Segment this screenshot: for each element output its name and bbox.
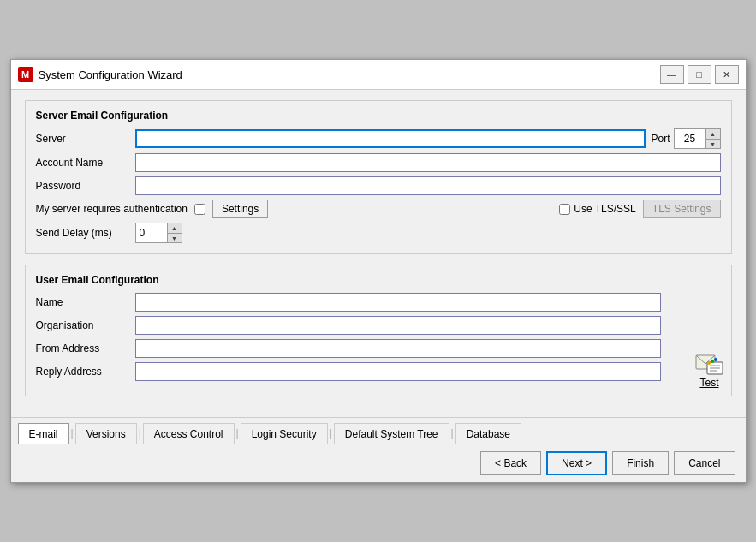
separator-3: | [236,423,239,444]
organisation-input[interactable] [135,316,661,335]
account-name-row: Account Name [36,153,721,172]
tls-checkbox[interactable] [559,204,570,215]
svg-point-7 [714,358,717,361]
from-address-input[interactable] [135,339,661,358]
svg-point-5 [707,361,711,365]
server-row: Server Port ▲ ▼ [36,128,721,149]
window-controls: — □ ✕ [660,65,739,84]
test-label: Test [699,377,718,389]
bottom-bar: < Back Next > Finish Cancel [11,444,746,482]
auth-checkbox-wrap [194,204,205,215]
delay-increment-button[interactable]: ▲ [168,223,182,233]
test-icon [695,351,724,377]
tab-bar: E-mail | Versions | Access Control | Log… [11,417,746,444]
account-name-input[interactable] [135,153,721,172]
port-increment-button[interactable]: ▲ [706,129,720,139]
user-section-title: User Email Configuration [36,274,721,286]
port-label: Port [651,133,670,145]
titlebar: M System Configuration Wizard — □ ✕ [11,60,746,90]
port-input[interactable] [675,129,705,148]
password-input[interactable] [135,176,721,195]
tab-database-label: Database [467,428,510,440]
main-window: M System Configuration Wizard — □ ✕ Serv… [10,59,747,483]
from-address-row: From Address [36,339,661,358]
send-delay-input[interactable] [136,223,167,242]
send-delay-label: Send Delay (ms) [36,227,130,239]
tab-default-system-tree[interactable]: Default System Tree [334,423,449,444]
delay-input-wrap: ▲ ▼ [135,223,182,243]
from-address-label: From Address [36,342,130,354]
tls-label-group: Use TLS/SSL [559,203,635,215]
separator-4: | [330,423,332,444]
auth-label: My server requires authentication [36,203,188,215]
back-button[interactable]: < Back [480,451,541,475]
settings-button[interactable]: Settings [212,200,268,218]
tls-settings-button[interactable]: TLS Settings [643,200,721,218]
tab-default-system-tree-label: Default System Tree [345,428,438,440]
reply-address-input[interactable] [135,362,661,381]
separator-2: | [139,423,141,444]
window-title: System Configuration Wizard [39,68,660,81]
tab-email-label: E-mail [29,428,58,440]
tab-login-security-label: Login Security [252,428,317,440]
separator-5: | [451,423,454,444]
tab-database[interactable]: Database [455,423,521,444]
server-input[interactable] [135,129,646,148]
account-name-label: Account Name [36,157,130,169]
port-input-wrap: ▲ ▼ [674,128,721,149]
separator-1: | [71,423,74,444]
close-button[interactable]: ✕ [715,65,739,84]
password-row: Password [36,176,721,195]
auth-row: My server requires authentication Settin… [36,200,721,218]
tab-versions-label: Versions [86,428,126,440]
port-group: Port ▲ ▼ [651,128,720,149]
minimize-button[interactable]: — [660,65,684,84]
delay-spinner: ▲ ▼ [167,223,182,242]
name-row: Name [36,293,661,312]
tab-email[interactable]: E-mail [18,423,69,444]
server-email-section: Server Email Configuration Server Port ▲… [25,100,732,254]
organisation-row: Organisation [36,316,661,335]
test-button[interactable]: Test [695,351,724,389]
tab-versions[interactable]: Versions [75,423,137,444]
cancel-button[interactable]: Cancel [674,451,735,475]
user-fields: Name Organisation From Address Reply Add… [36,293,721,381]
port-decrement-button[interactable]: ▼ [706,139,720,148]
tab-access-control[interactable]: Access Control [143,423,235,444]
next-button[interactable]: Next > [546,451,607,475]
finish-button[interactable]: Finish [612,451,669,475]
server-section-title: Server Email Configuration [36,110,721,122]
delay-decrement-button[interactable]: ▼ [168,233,182,242]
tls-label: Use TLS/SSL [574,203,635,215]
server-label: Server [36,133,130,145]
send-delay-row: Send Delay (ms) ▲ ▼ [36,223,721,243]
name-label: Name [36,296,130,308]
maximize-button[interactable]: □ [688,65,711,84]
user-email-section: User Email Configuration Name Organisati… [25,265,732,396]
tab-access-control-label: Access Control [154,428,223,440]
reply-address-label: Reply Address [36,366,130,378]
name-input[interactable] [135,293,661,312]
main-content: Server Email Configuration Server Port ▲… [11,90,746,417]
tab-login-security[interactable]: Login Security [241,423,328,444]
port-spinner: ▲ ▼ [705,129,720,148]
svg-point-6 [711,360,714,363]
organisation-label: Organisation [36,319,130,331]
app-icon: M [18,67,33,82]
auth-checkbox[interactable] [194,204,205,215]
reply-address-row: Reply Address [36,362,661,381]
password-label: Password [36,180,130,192]
